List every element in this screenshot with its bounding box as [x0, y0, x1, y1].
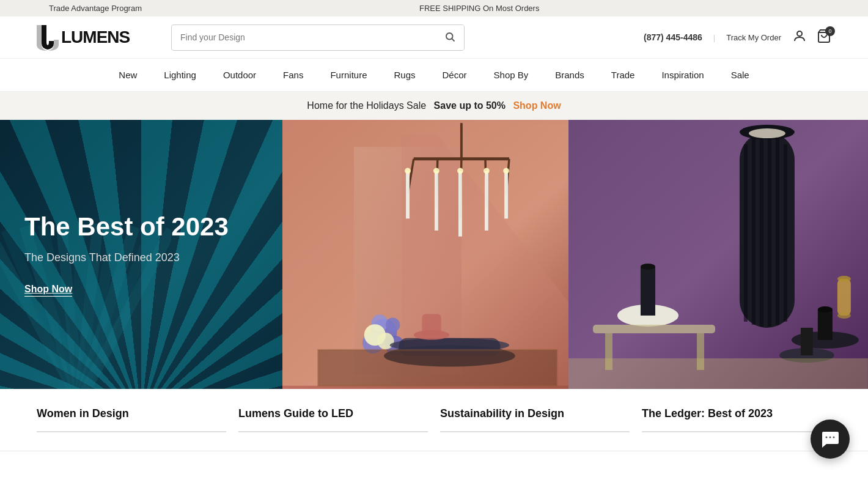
svg-point-0 — [446, 33, 453, 40]
search-button[interactable] — [436, 25, 464, 50]
trade-program-link[interactable]: Trade Advantage Program — [49, 4, 142, 13]
svg-rect-66 — [818, 309, 833, 340]
nav-item-inspiration[interactable]: Inspiration — [648, 59, 717, 91]
header: LUMENS (877) 445-4486 | Track My Order 0 — [0, 17, 868, 59]
bottom-links-section: Women in Design Lumens Guide to LED Sust… — [0, 389, 868, 451]
hero-left-content: The Best of 2023 The Designs That Define… — [24, 212, 258, 297]
logo[interactable]: LUMENS — [37, 24, 159, 51]
svg-rect-60 — [641, 267, 655, 316]
header-divider: | — [713, 33, 715, 42]
svg-rect-27 — [458, 171, 462, 236]
search-icon — [444, 31, 455, 42]
svg-point-34 — [503, 168, 509, 174]
svg-point-39 — [385, 317, 399, 331]
nav-item-rugs[interactable]: Rugs — [380, 59, 428, 91]
chat-icon — [820, 429, 840, 449]
promo-shop-now[interactable]: Shop Now — [513, 100, 561, 111]
track-order-link[interactable]: Track My Order — [726, 33, 781, 42]
bottom-link-sustainability[interactable]: Sustainability in Design — [440, 407, 630, 432]
nav-item-furniture[interactable]: Furniture — [317, 59, 380, 91]
hero-left-panel: The Best of 2023 The Designs That Define… — [0, 120, 282, 389]
search-input[interactable] — [172, 26, 436, 48]
svg-point-76 — [833, 437, 835, 438]
svg-rect-49 — [568, 120, 868, 389]
svg-point-30 — [405, 168, 411, 174]
svg-rect-71 — [837, 279, 851, 316]
svg-line-1 — [452, 39, 454, 41]
promo-save-text: Save up to 50% — [434, 100, 506, 111]
cart-count: 0 — [825, 26, 835, 36]
bottom-link-ledger[interactable]: The Ledger: Best of 2023 — [642, 407, 831, 432]
svg-point-72 — [837, 276, 851, 282]
header-icons: 0 — [792, 29, 831, 46]
hero-center-panel[interactable] — [282, 120, 569, 389]
svg-point-61 — [641, 264, 655, 270]
svg-point-58 — [749, 128, 785, 138]
svg-rect-28 — [484, 171, 488, 231]
cart-button[interactable]: 0 — [817, 29, 831, 46]
hero-subtitle: The Designs That Defined 2023 — [24, 251, 258, 264]
svg-rect-69 — [801, 328, 813, 355]
top-banner-right — [817, 4, 819, 13]
account-icon — [792, 29, 807, 43]
promo-banner: Home for the Holidays Sale Save up to 50… — [0, 92, 868, 120]
logo-icon — [37, 24, 59, 51]
nav-item-brands[interactable]: Brands — [542, 59, 598, 91]
search-bar — [171, 24, 465, 51]
hero-right-panel[interactable] — [568, 120, 868, 389]
svg-rect-47 — [318, 350, 556, 386]
phone-number: (877) 445-4486 — [644, 32, 702, 42]
logo-text: LUMENS — [61, 28, 130, 47]
hero-title: The Best of 2023 — [24, 212, 258, 242]
svg-point-31 — [433, 168, 439, 174]
nav-item-fans[interactable]: Fans — [270, 59, 317, 91]
hero-right-artwork — [568, 120, 868, 389]
header-right: (877) 445-4486 | Track My Order 0 — [644, 29, 831, 46]
nav-item-new[interactable]: New — [105, 59, 150, 91]
nav-item-lighting[interactable]: Lighting — [150, 59, 210, 91]
hero-section: The Best of 2023 The Designs That Define… — [0, 120, 868, 389]
shipping-notice: FREE SHIPPING On Most Orders — [419, 4, 540, 13]
hero-center-artwork — [282, 120, 569, 389]
svg-point-67 — [818, 306, 833, 312]
svg-rect-26 — [434, 171, 438, 231]
nav-item-shopby[interactable]: Shop By — [480, 59, 542, 91]
svg-rect-25 — [406, 171, 410, 218]
svg-rect-62 — [593, 325, 715, 333]
svg-point-75 — [829, 437, 831, 438]
svg-point-33 — [483, 168, 489, 174]
svg-point-2 — [797, 31, 802, 36]
svg-point-74 — [826, 437, 828, 438]
hero-cta-button[interactable]: Shop Now — [24, 284, 72, 297]
main-nav: New Lighting Outdoor Fans Furniture Rugs… — [0, 59, 868, 92]
bottom-link-led-guide[interactable]: Lumens Guide to LED — [238, 407, 428, 432]
promo-sale-text: Home for the Holidays Sale — [307, 100, 426, 111]
svg-point-73 — [837, 312, 851, 319]
nav-item-decor[interactable]: Décor — [429, 59, 480, 91]
svg-rect-29 — [504, 171, 508, 218]
svg-point-32 — [457, 168, 463, 174]
top-banner: Trade Advantage Program FREE SHIPPING On… — [0, 0, 868, 17]
nav-item-outdoor[interactable]: Outdoor — [210, 59, 270, 91]
svg-rect-46 — [422, 314, 441, 336]
nav-item-trade[interactable]: Trade — [598, 59, 649, 91]
account-button[interactable] — [792, 29, 807, 46]
nav-item-sale[interactable]: Sale — [718, 59, 763, 91]
bottom-link-women-design[interactable]: Women in Design — [37, 407, 226, 432]
svg-rect-70 — [568, 358, 868, 389]
